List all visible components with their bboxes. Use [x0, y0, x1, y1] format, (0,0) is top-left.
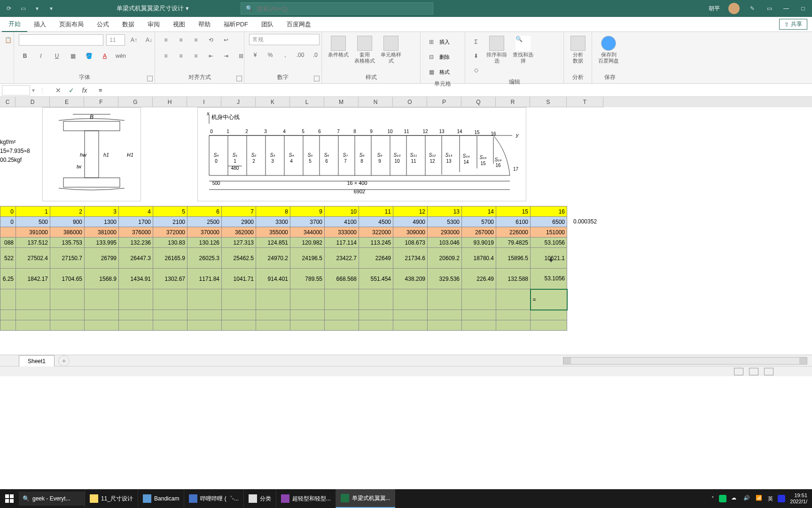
col-header-H[interactable]: H [153, 97, 187, 107]
page-layout-view-icon[interactable] [749, 368, 758, 375]
tab-data[interactable]: 数据 [116, 17, 141, 32]
cell[interactable]: 355000 [256, 227, 290, 238]
autosum-icon[interactable]: Σ [470, 36, 482, 48]
cell[interactable]: 386000 [50, 227, 85, 238]
increase-indent-icon[interactable]: ⇥ [220, 50, 232, 62]
tab-team[interactable]: 团队 [255, 17, 280, 32]
tab-help[interactable]: 帮助 [192, 17, 217, 32]
cell[interactable]: 381000 [85, 227, 119, 238]
col-header-I[interactable]: I [187, 97, 221, 107]
cell[interactable]: 1 [16, 206, 50, 217]
cell[interactable]: 3700 [290, 217, 325, 227]
horizontal-scrollbar[interactable] [563, 357, 807, 365]
cell[interactable]: 151000 [531, 227, 567, 238]
number-dialog-launcher[interactable] [314, 76, 320, 81]
cell[interactable]: 25462.5 [222, 248, 256, 269]
tab-view[interactable]: 视图 [166, 17, 192, 32]
cell[interactable]: 0 [0, 206, 16, 217]
align-top-icon[interactable]: ≡ [160, 34, 172, 46]
wechat-icon[interactable] [719, 495, 726, 502]
avatar[interactable] [728, 3, 740, 14]
cell[interactable]: 5 [153, 206, 187, 217]
cell[interactable]: 900 [50, 217, 85, 227]
cell[interactable]: 438.209 [393, 269, 428, 289]
cell[interactable]: 1700 [119, 217, 153, 227]
cell[interactable] [16, 320, 50, 331]
cell[interactable]: 522 [0, 248, 16, 269]
cell[interactable] [359, 320, 393, 331]
cell[interactable] [16, 289, 50, 310]
search-box[interactable]: 🔍 [241, 2, 433, 15]
cell[interactable]: 372000 [153, 227, 187, 238]
align-middle-icon[interactable]: ≡ [175, 34, 187, 46]
cell[interactable]: 26025.3 [187, 248, 222, 269]
cell[interactable] [119, 289, 153, 310]
font-family-combo[interactable] [19, 34, 103, 46]
cell[interactable]: 4500 [359, 217, 393, 227]
col-header-C[interactable]: C [0, 97, 16, 107]
cell[interactable] [85, 310, 119, 320]
cell[interactable]: 914.401 [256, 269, 290, 289]
increase-decimal-icon[interactable]: .00 [294, 49, 306, 61]
cell[interactable] [119, 310, 153, 320]
cell[interactable] [428, 310, 462, 320]
cell[interactable] [428, 289, 462, 310]
cell[interactable]: 103.046 [428, 238, 462, 248]
cell[interactable] [0, 289, 16, 310]
cell[interactable] [290, 289, 325, 310]
find-select-button[interactable]: 🔍查找和选择 [511, 34, 535, 64]
cell[interactable] [119, 320, 153, 331]
cell[interactable] [462, 289, 496, 310]
column-headers[interactable]: CDEFGHIJKLMNOPQRST [0, 97, 812, 107]
tab-review[interactable]: 审阅 [141, 17, 166, 32]
confirm-formula-button[interactable]: ✓ [67, 86, 76, 95]
cell[interactable]: 500 [16, 217, 50, 227]
col-header-S[interactable]: S [530, 97, 567, 107]
cell[interactable]: 135.753 [50, 238, 85, 248]
save-cloud-button[interactable]: 保存到 百度网盘 [597, 34, 620, 64]
col-header-T[interactable]: T [567, 97, 603, 107]
cell[interactable] [462, 310, 496, 320]
cell[interactable] [50, 320, 85, 331]
cell[interactable]: 2500 [187, 217, 222, 227]
cell[interactable]: = [531, 289, 567, 310]
cell[interactable]: 2 [50, 206, 85, 217]
cell[interactable]: 1704.65 [50, 269, 85, 289]
decrease-font-icon[interactable]: A↓ [143, 34, 155, 46]
cell[interactable]: 6 [187, 206, 222, 217]
cell[interactable]: 24970.2 [256, 248, 290, 269]
cell[interactable]: 113.245 [359, 238, 393, 248]
tab-baidu[interactable]: 百度网盘 [280, 17, 318, 32]
cell[interactable] [290, 310, 325, 320]
cell[interactable] [496, 310, 531, 320]
cell[interactable]: 117.114 [325, 238, 359, 248]
fill-color-icon[interactable]: 🪣 [83, 50, 95, 62]
cell[interactable] [187, 320, 222, 331]
clock[interactable]: 19:51 2022/1/ [790, 492, 807, 505]
cell[interactable]: 6500 [531, 217, 567, 227]
analyze-button[interactable]: 分析 数据 [569, 34, 587, 64]
cell[interactable] [359, 310, 393, 320]
cell[interactable]: 4 [119, 206, 153, 217]
document-title[interactable]: 单梁式机翼翼梁尺寸设计 ▾ [117, 4, 189, 13]
ribbon-display-icon[interactable]: ▭ [765, 4, 773, 13]
start-button[interactable] [0, 489, 19, 508]
tab-layout[interactable]: 页面布局 [53, 17, 90, 32]
taskbar-item[interactable]: 分类 [243, 489, 276, 508]
cell[interactable]: 124.851 [256, 238, 290, 248]
cell[interactable]: 21734.6 [393, 248, 428, 269]
cell[interactable]: 1041.71 [222, 269, 256, 289]
cell[interactable]: 2100 [153, 217, 187, 227]
cell[interactable] [359, 289, 393, 310]
cell[interactable]: 132.588 [496, 269, 531, 289]
col-header-F[interactable]: F [84, 97, 118, 107]
search-input[interactable] [257, 5, 428, 12]
cell[interactable]: 20609.2 [428, 248, 462, 269]
cell[interactable] [50, 310, 85, 320]
cell[interactable]: 333000 [325, 227, 359, 238]
delete-cells-button[interactable]: ⊟删除 [425, 51, 450, 63]
cell[interactable]: 14 [462, 206, 496, 217]
cell[interactable]: 3300 [256, 217, 290, 227]
username-label[interactable]: 胡平 [709, 5, 720, 13]
cell[interactable]: 1171.84 [187, 269, 222, 289]
